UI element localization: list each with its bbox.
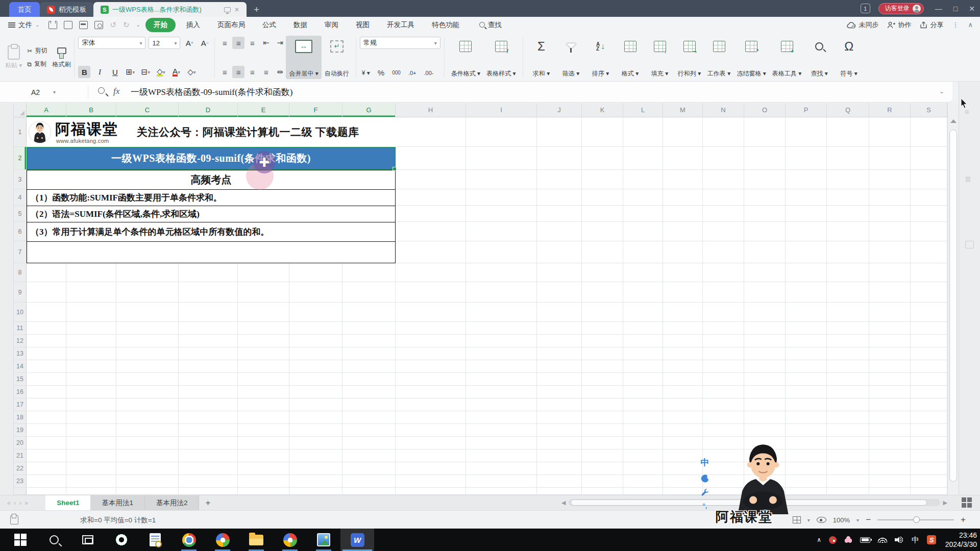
collaborate-button[interactable]: 协作 xyxy=(887,20,911,30)
cell-N15[interactable] xyxy=(703,373,744,386)
cell-K18[interactable] xyxy=(582,411,623,424)
cell-I20[interactable] xyxy=(466,437,537,449)
taskbar-task-view-button[interactable] xyxy=(71,529,105,551)
cell-a2-selected-banner[interactable]: 一级WPS表格函数-09-sumif(条件求和函数) xyxy=(27,147,396,170)
cell-L9[interactable] xyxy=(623,282,663,303)
percent-button[interactable]: % xyxy=(376,67,386,78)
cell-D13[interactable] xyxy=(179,347,238,360)
add-sheet-button[interactable]: + xyxy=(199,498,216,508)
cell-O1[interactable] xyxy=(744,117,786,147)
cell-Q[interactable] xyxy=(827,488,869,495)
cell-G16[interactable] xyxy=(342,386,396,398)
cell-K2[interactable] xyxy=(582,147,623,170)
cell-R11[interactable] xyxy=(869,322,911,335)
cell-O8[interactable] xyxy=(744,263,786,282)
cell-B21[interactable] xyxy=(66,449,116,462)
cell-F15[interactable] xyxy=(289,373,342,386)
cell-L22[interactable] xyxy=(623,462,663,475)
cell-N2[interactable] xyxy=(703,147,744,170)
cell-J22[interactable] xyxy=(537,462,582,475)
cell-N9[interactable] xyxy=(703,282,744,303)
guest-login-button[interactable]: 访客登录 xyxy=(878,3,924,14)
cell-R17[interactable] xyxy=(869,398,911,411)
cell-M6[interactable] xyxy=(663,222,703,241)
sync-status[interactable]: 未同步 xyxy=(846,20,878,30)
sheet-nav-buttons[interactable]: «‹›» xyxy=(7,499,31,507)
col-header-Q[interactable]: Q xyxy=(827,103,869,117)
window-count-badge[interactable]: 1 xyxy=(861,4,870,13)
cell-B[interactable] xyxy=(66,488,116,495)
col-header-P[interactable]: P xyxy=(786,103,827,117)
cell-F20[interactable] xyxy=(289,437,342,449)
cell-R5[interactable] xyxy=(869,206,911,222)
col-header-N[interactable]: N xyxy=(703,103,744,117)
row-header-16[interactable]: 16 xyxy=(14,386,27,398)
cell-M[interactable] xyxy=(663,488,703,495)
distribute-button[interactable]: ⇹ xyxy=(274,66,286,78)
cell-F14[interactable] xyxy=(289,360,342,373)
cell-S4[interactable] xyxy=(911,189,947,206)
cell-Q19[interactable] xyxy=(827,424,869,437)
cell-C18[interactable] xyxy=(116,411,179,424)
cell-J5[interactable] xyxy=(537,206,582,222)
tool-symbol-button[interactable]: Ω符号 ▾ xyxy=(834,36,864,79)
cell-H7[interactable] xyxy=(396,241,466,263)
cell-R21[interactable] xyxy=(869,449,911,462)
tab-home[interactable]: 首页 xyxy=(9,2,40,17)
sogou-icon[interactable]: S xyxy=(927,535,936,544)
cell-N14[interactable] xyxy=(703,360,744,373)
cell-N8[interactable] xyxy=(703,263,744,282)
cell-P6[interactable] xyxy=(786,222,827,241)
cell-Q11[interactable] xyxy=(827,322,869,335)
workspace-grid-icon[interactable] xyxy=(962,497,972,508)
cell-E19[interactable] xyxy=(238,424,289,437)
menu-tab-1[interactable]: 插入 xyxy=(180,18,207,32)
cell-D11[interactable] xyxy=(179,322,238,335)
cell-B13[interactable] xyxy=(66,347,116,360)
cell-M2[interactable] xyxy=(663,147,703,170)
menu-tab-7[interactable]: 开发工具 xyxy=(380,18,421,32)
menu-tab-6[interactable]: 视图 xyxy=(349,18,376,32)
cell-J20[interactable] xyxy=(537,437,582,449)
cell-P7[interactable] xyxy=(786,241,827,263)
zoom-level[interactable]: 100% xyxy=(833,516,850,524)
cell-O17[interactable] xyxy=(744,398,786,411)
cell-P4[interactable] xyxy=(786,189,827,206)
cell-H6[interactable] xyxy=(396,222,466,241)
cell-O4[interactable] xyxy=(744,189,786,206)
cell-I6[interactable] xyxy=(466,222,537,241)
cell-I7[interactable] xyxy=(466,241,537,263)
cell-I14[interactable] xyxy=(466,360,537,373)
underline-button[interactable]: U xyxy=(109,66,121,78)
col-header-I[interactable]: I xyxy=(466,103,537,117)
close-tab-icon[interactable]: ✕ xyxy=(234,6,239,13)
cell-I4[interactable] xyxy=(466,189,537,206)
taskbar-browser-360-button[interactable] xyxy=(206,529,239,551)
cell-M11[interactable] xyxy=(663,322,703,335)
cell-K19[interactable] xyxy=(582,424,623,437)
collapse-formula-bar-icon[interactable]: ⌄ xyxy=(939,88,944,95)
cell-L6[interactable] xyxy=(623,222,663,241)
cell-P9[interactable] xyxy=(786,282,827,303)
cell-L[interactable] xyxy=(623,488,663,495)
tool-fmt-button[interactable]: 格式 ▾ xyxy=(616,36,645,79)
cell-K14[interactable] xyxy=(582,360,623,373)
tool-sort-button[interactable]: AZ↓排序 ▾ xyxy=(586,36,616,79)
cell-R3[interactable] xyxy=(869,170,911,189)
cell-L19[interactable] xyxy=(623,424,663,437)
cell-I2[interactable] xyxy=(466,147,537,170)
cell-K7[interactable] xyxy=(582,241,623,263)
col-header-B[interactable]: B xyxy=(66,103,116,117)
increase-font-button[interactable]: A+ xyxy=(183,37,195,49)
cell-I18[interactable] xyxy=(466,411,537,424)
cell-H1[interactable] xyxy=(396,117,466,147)
cell-P17[interactable] xyxy=(786,398,827,411)
cell-M4[interactable] xyxy=(663,189,703,206)
cell-P12[interactable] xyxy=(786,335,827,347)
cell-O18[interactable] xyxy=(744,411,786,424)
cell-G18[interactable] xyxy=(342,411,396,424)
col-header-J[interactable]: J xyxy=(537,103,582,117)
cell-I22[interactable] xyxy=(466,462,537,475)
col-header-M[interactable]: M xyxy=(663,103,703,117)
zoom-slider-handle[interactable] xyxy=(913,516,920,523)
